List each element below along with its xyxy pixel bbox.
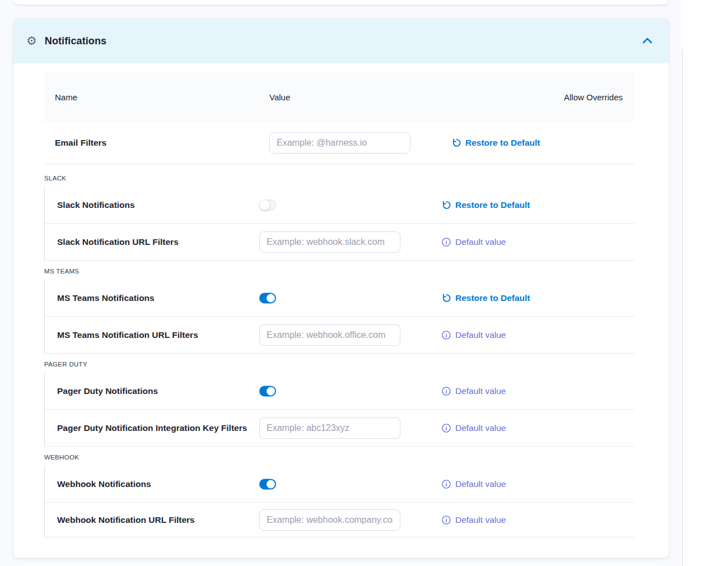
slack-url-filters-input[interactable] <box>259 231 400 253</box>
row-slack-notifications: Slack Notifications Restore to Default <box>45 187 634 224</box>
row-pager-duty-key-filters: Pager Duty Notification Integration Key … <box>45 410 634 447</box>
action-label: Default value <box>455 479 506 489</box>
restore-to-default-button[interactable]: Restore to Default <box>451 138 540 148</box>
chevron-up-icon[interactable] <box>641 36 654 46</box>
restore-to-default-button[interactable]: Restore to Default <box>441 200 530 210</box>
info-icon <box>441 479 451 489</box>
slack-notifications-toggle[interactable] <box>259 200 276 210</box>
section-title: Notifications <box>45 35 106 47</box>
pager-duty-key-filters-input[interactable] <box>259 417 400 439</box>
row-webhook-url-filters: Webhook Notification URL Filters Default… <box>45 503 634 537</box>
table-header-row: Name Value Allow Overrides <box>44 72 634 122</box>
section-label-webhook: WEBHOOK <box>44 447 634 466</box>
info-icon <box>441 237 451 247</box>
default-value-indicator[interactable]: Default value <box>441 515 506 525</box>
action-label: Default value <box>455 330 506 340</box>
notifications-section-header[interactable]: ⚙ Notifications <box>13 18 669 63</box>
info-icon <box>441 386 451 396</box>
default-value-indicator[interactable]: Default value <box>441 330 506 340</box>
restore-icon <box>441 293 451 303</box>
setting-label: Slack Notifications <box>57 200 135 210</box>
pager-duty-group: Pager Duty Notifications Default value P… <box>44 373 634 447</box>
action-label: Restore to Default <box>455 293 530 303</box>
row-webhook-notifications: Webhook Notifications Default value <box>45 466 634 503</box>
ms-teams-group: MS Teams Notifications Restore to Defaul… <box>44 280 634 354</box>
setting-label: Pager Duty Notification Integration Key … <box>57 423 247 433</box>
row-ms-teams-notifications: MS Teams Notifications Restore to Defaul… <box>45 280 634 317</box>
section-label-pager-duty: PAGER DUTY <box>44 354 634 373</box>
previous-section-card-edge <box>13 0 669 4</box>
action-label: Restore to Default <box>455 200 530 210</box>
setting-label: Webhook Notification URL Filters <box>57 515 195 525</box>
info-icon <box>441 423 451 433</box>
ms-teams-url-filters-input[interactable] <box>259 324 400 346</box>
email-filters-input[interactable] <box>269 132 410 154</box>
default-value-indicator[interactable]: Default value <box>441 386 506 396</box>
pager-duty-notifications-toggle[interactable] <box>259 386 276 396</box>
webhook-notifications-toggle[interactable] <box>259 479 276 489</box>
settings-table: Name Value Allow Overrides Email Filters… <box>44 72 634 537</box>
info-icon <box>441 515 451 525</box>
default-value-indicator[interactable]: Default value <box>441 479 506 489</box>
scrollbar-track[interactable] <box>682 49 683 566</box>
setting-label: Webhook Notifications <box>57 479 151 489</box>
section-label-slack: SLACK <box>44 164 634 187</box>
default-value-indicator[interactable]: Default value <box>441 237 506 247</box>
setting-label: Email Filters <box>55 138 106 148</box>
slack-group: Slack Notifications Restore to Default S… <box>44 187 634 261</box>
row-ms-teams-url-filters: MS Teams Notification URL Filters Defaul… <box>45 317 634 354</box>
setting-label: Slack Notification URL Filters <box>57 237 179 247</box>
ms-teams-notifications-toggle[interactable] <box>259 293 276 303</box>
action-label: Default value <box>455 423 506 433</box>
webhook-url-filters-input[interactable] <box>259 509 400 531</box>
row-email-filters: Email Filters Restore to Default <box>44 122 634 164</box>
webhook-group: Webhook Notifications Default value Webh… <box>44 466 634 537</box>
action-label: Default value <box>455 515 506 525</box>
column-header-allow-overrides: Allow Overrides <box>564 90 631 104</box>
restore-to-default-button[interactable]: Restore to Default <box>441 293 530 303</box>
gear-icon: ⚙ <box>26 35 37 47</box>
info-icon <box>441 330 451 340</box>
default-value-indicator[interactable]: Default value <box>441 423 506 433</box>
action-label: Restore to Default <box>465 138 540 148</box>
row-slack-url-filters: Slack Notification URL Filters Default v… <box>45 224 634 261</box>
row-pager-duty-notifications: Pager Duty Notifications Default value <box>45 373 634 410</box>
section-label-ms-teams: MS TEAMS <box>44 261 634 280</box>
setting-label: MS Teams Notifications <box>57 293 155 303</box>
setting-label: Pager Duty Notifications <box>57 386 158 396</box>
action-label: Default value <box>455 237 506 247</box>
column-header-value: Value <box>269 92 290 102</box>
restore-icon <box>441 200 451 210</box>
action-label: Default value <box>455 386 506 396</box>
notifications-settings-card: ⚙ Notifications Name Value Allow Overrid… <box>13 18 669 558</box>
restore-icon <box>451 138 461 148</box>
column-header-name: Name <box>55 92 77 102</box>
setting-label: MS Teams Notification URL Filters <box>57 330 198 340</box>
